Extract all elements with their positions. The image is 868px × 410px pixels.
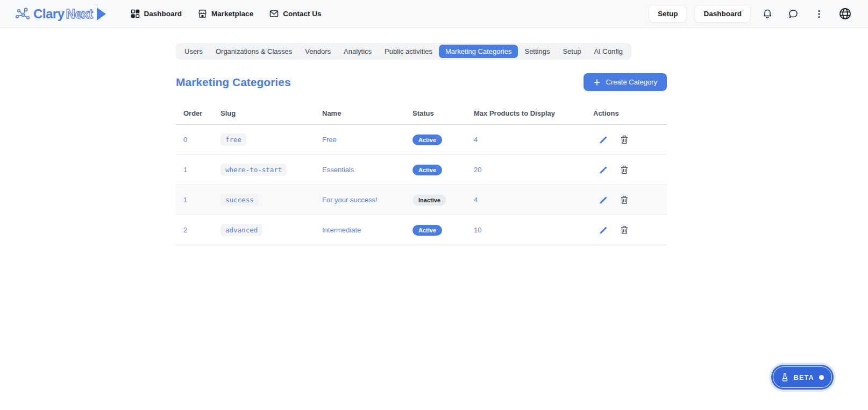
bell-icon[interactable] xyxy=(758,5,777,23)
beta-status-dot xyxy=(819,375,824,380)
table-row: 0 free Free Active 4 xyxy=(176,125,667,155)
status-badge: Active xyxy=(412,135,442,145)
max-products-value: 10 xyxy=(474,226,481,234)
beta-fab-button[interactable]: BETA xyxy=(771,365,834,390)
trash-icon xyxy=(620,135,629,144)
slug-value: where-to-start xyxy=(220,164,287,176)
brand-name-secondary: Next xyxy=(66,6,93,22)
delete-button[interactable] xyxy=(618,134,630,146)
order-value: 1 xyxy=(183,196,187,204)
max-products-value: 4 xyxy=(474,196,478,204)
status-badge: Inactive xyxy=(412,195,446,206)
status-badge: Active xyxy=(412,165,442,175)
nav-dashboard[interactable]: Dashboard xyxy=(131,9,182,18)
table-row: 2 advanced Intermediate Active 10 xyxy=(176,215,667,245)
slug-value: success xyxy=(220,194,259,206)
tab-analytics[interactable]: Analytics xyxy=(337,45,378,58)
setup-button[interactable]: Setup xyxy=(649,5,687,23)
store-icon xyxy=(198,9,207,18)
plus-icon xyxy=(593,79,601,86)
order-value: 1 xyxy=(183,166,187,174)
name-value[interactable]: For your success! xyxy=(322,196,378,204)
tab-users[interactable]: Users xyxy=(178,45,209,58)
tab-setup[interactable]: Setup xyxy=(556,45,587,58)
edit-button[interactable] xyxy=(597,164,609,176)
tab-vendors[interactable]: Vendors xyxy=(298,45,337,58)
column-slug: Slug xyxy=(220,103,322,125)
nav-label: Contact Us xyxy=(283,10,321,18)
grid-icon xyxy=(131,9,140,18)
name-value[interactable]: Free xyxy=(322,136,337,144)
brand-logo[interactable]: ClaryNext xyxy=(14,5,107,23)
page-title: Marketing Categories xyxy=(176,76,291,89)
chat-icon[interactable] xyxy=(784,5,802,23)
max-products-value: 20 xyxy=(474,166,481,174)
flask-icon xyxy=(781,373,789,382)
tab-settings[interactable]: Settings xyxy=(518,45,556,58)
slug-value: advanced xyxy=(220,224,262,236)
column-order: Order xyxy=(176,103,220,125)
name-value[interactable]: Intermediate xyxy=(322,226,361,234)
globe-icon[interactable] xyxy=(836,5,854,23)
kebab-menu-icon[interactable] xyxy=(810,5,828,23)
navbar-right: Setup Dashboard xyxy=(649,5,854,23)
edit-button[interactable] xyxy=(597,194,609,206)
tab-public-activities[interactable]: Public activities xyxy=(378,45,439,58)
table-row: 1 success For your success! Inactive 4 xyxy=(176,185,667,215)
trash-icon xyxy=(620,165,629,174)
pencil-icon xyxy=(599,135,608,144)
pencil-icon xyxy=(599,195,608,204)
pencil-icon xyxy=(599,165,608,174)
top-navbar: ClaryNext Dashboard xyxy=(0,0,868,28)
order-value: 0 xyxy=(183,136,187,144)
max-products-value: 4 xyxy=(474,136,478,144)
name-value[interactable]: Essentials xyxy=(322,166,354,174)
delete-button[interactable] xyxy=(618,224,630,236)
brand-name-primary: Clary xyxy=(33,6,65,22)
trash-icon xyxy=(620,195,629,204)
create-category-label: Create Category xyxy=(606,78,657,86)
delete-button[interactable] xyxy=(618,194,630,206)
create-category-button[interactable]: Create Category xyxy=(584,73,667,91)
edit-button[interactable] xyxy=(597,134,609,146)
edit-button[interactable] xyxy=(597,224,609,236)
tab-organizations-classes[interactable]: Organizations & Classes xyxy=(209,45,298,58)
status-badge: Active xyxy=(412,225,442,236)
mail-icon xyxy=(269,9,279,18)
page-header: Marketing Categories Create Category xyxy=(176,73,667,91)
play-arrow-icon xyxy=(95,6,107,22)
order-value: 2 xyxy=(183,226,187,234)
trash-icon xyxy=(620,225,629,235)
table-header-row: Order Slug Name Status Max Products to D… xyxy=(176,103,667,125)
nav-contact-us[interactable]: Contact Us xyxy=(269,9,321,18)
dashboard-button[interactable]: Dashboard xyxy=(694,5,751,23)
column-name: Name xyxy=(322,103,412,125)
delete-button[interactable] xyxy=(618,164,630,176)
main-nav: Dashboard Marketplace Contact Us xyxy=(131,9,322,18)
column-actions: Actions xyxy=(593,103,667,125)
admin-tab-strip: UsersOrganizations & ClassesVendorsAnaly… xyxy=(176,43,631,60)
main-content: UsersOrganizations & ClassesVendorsAnaly… xyxy=(176,28,667,245)
nav-label: Marketplace xyxy=(211,10,253,18)
pencil-icon xyxy=(599,225,608,235)
beta-label: BETA xyxy=(794,373,814,381)
nav-label: Dashboard xyxy=(144,10,182,18)
column-status: Status xyxy=(412,103,474,125)
slug-value: free xyxy=(220,133,246,146)
nav-marketplace[interactable]: Marketplace xyxy=(198,9,253,18)
table-row: 1 where-to-start Essentials Active 20 xyxy=(176,155,667,185)
categories-table: Order Slug Name Status Max Products to D… xyxy=(176,103,667,245)
column-max-products: Max Products to Display xyxy=(474,103,593,125)
tab-marketing-categories[interactable]: Marketing Categories xyxy=(439,45,518,58)
tab-ai-config[interactable]: AI Config xyxy=(587,45,629,58)
molecule-icon xyxy=(14,5,32,23)
